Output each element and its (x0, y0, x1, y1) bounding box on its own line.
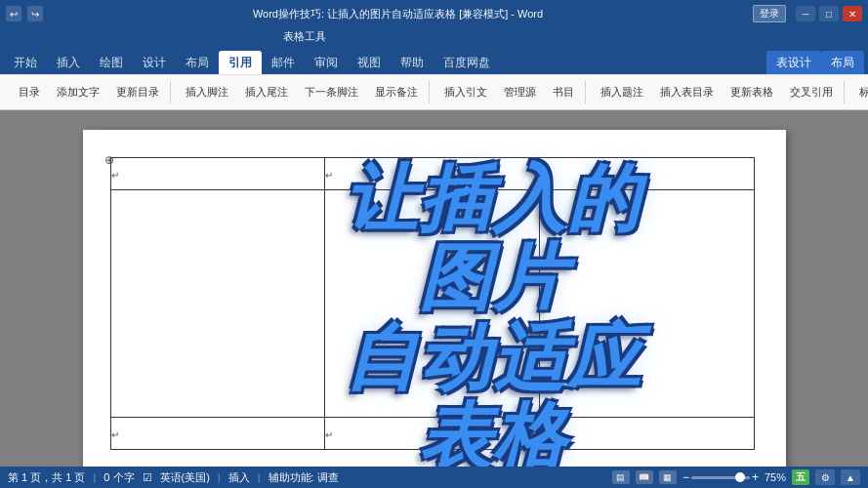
spell-check-icon[interactable]: ☑ (143, 471, 152, 484)
zoom-track[interactable] (691, 476, 750, 479)
accessibility-status[interactable]: 辅助功能: 调查 (269, 470, 339, 485)
insert-mode[interactable]: 插入 (228, 470, 250, 485)
tab-references[interactable]: 引用 (219, 51, 262, 74)
login-button[interactable]: 登录 (753, 5, 786, 22)
status-bar: 第 1 页，共 1 页 | 0 个字 ☑ 英语(美国) | 插入 | 辅助功能:… (0, 467, 868, 488)
table-cell[interactable]: ↵ (539, 417, 754, 449)
zoom-out-btn[interactable]: − (682, 470, 689, 484)
view-read-btn[interactable]: 📖 (636, 470, 653, 484)
title-bar-right: 登录 ─ □ ✕ (753, 5, 862, 22)
table-row: ↵ ↵ ↵ (110, 158, 754, 190)
zoom-slider-area[interactable]: − + (682, 470, 759, 484)
cmd-group-footnote: 插入脚注 插入尾注 下一条脚注 显示备注 (175, 81, 430, 103)
table-cell[interactable]: ↵ (325, 158, 540, 190)
cmd-next-footnote[interactable]: 下一条脚注 (298, 83, 365, 102)
word-table[interactable]: ↵ ↵ ↵ ↵ ↵ ↵ (110, 157, 755, 450)
tab-view[interactable]: 视图 (348, 51, 391, 74)
tab-table-layout[interactable]: 布局 (821, 51, 864, 74)
word-count: 0 个字 (103, 470, 134, 485)
cmd-insert-citation[interactable]: 插入引文 (437, 83, 494, 102)
cmd-group-index: 标记条目 插入索引 更新索引 (848, 81, 868, 103)
table-tools-bar: 表格工具 (0, 27, 868, 45)
cmd-insert-caption[interactable]: 插入题注 (594, 83, 650, 102)
cmd-mark-entry[interactable]: 标记条目 (852, 83, 868, 102)
view-web-btn[interactable]: ▦ (659, 470, 677, 484)
tab-draw[interactable]: 绘图 (90, 51, 133, 74)
window-title: Word操作技巧: 让插入的图片自动适应表格 [兼容模式] - Word (43, 7, 753, 21)
tab-review[interactable]: 审阅 (305, 51, 348, 74)
sep1: | (93, 471, 96, 483)
table-cell[interactable]: ↵ (110, 158, 325, 190)
title-bar-left: ↩ ↪ (6, 6, 43, 21)
zoom-level[interactable]: 75% (765, 471, 786, 483)
cmd-footnote[interactable]: 插入脚注 (179, 83, 235, 102)
cmd-group-toc: 目录 添加文字 更新目录 (8, 81, 171, 103)
close-button[interactable]: ✕ (843, 6, 862, 21)
page-count: 第 1 页，共 1 页 (8, 470, 85, 485)
restore-button[interactable]: □ (819, 6, 839, 21)
tab-baidu[interactable]: 百度网盘 (434, 51, 500, 74)
tab-layout[interactable]: 布局 (176, 51, 219, 74)
view-normal-btn[interactable]: ▤ (612, 470, 630, 484)
table-cell[interactable] (325, 190, 540, 418)
cmd-toc[interactable]: 目录 (12, 83, 47, 102)
language[interactable]: 英语(美国) (160, 470, 210, 485)
tab-start[interactable]: 开始 (4, 51, 47, 74)
table-cell[interactable] (110, 190, 325, 418)
cmd-insert-table-fig[interactable]: 插入表目录 (653, 83, 721, 102)
cmd-update-table[interactable]: 更新表格 (723, 83, 780, 102)
undo-button[interactable]: ↩ (6, 6, 21, 21)
cmd-group-captions: 插入题注 插入表目录 更新表格 交叉引用 (590, 81, 845, 103)
zoom-in-btn[interactable]: + (752, 470, 759, 484)
sep3: | (258, 471, 261, 483)
cmd-endnote[interactable]: 插入尾注 (238, 83, 295, 102)
ribbon-tabs: 开始 插入 绘图 设计 布局 引用 邮件 审阅 视图 帮助 百度网盘 表设计 布… (0, 45, 868, 74)
cmd-show-notes[interactable]: 显示备注 (368, 83, 425, 102)
tab-table-design[interactable]: 表设计 (766, 51, 821, 74)
table-cell[interactable]: ↵ (325, 417, 540, 449)
tab-help[interactable]: 帮助 (391, 51, 434, 74)
ribbon: 开始 插入 绘图 设计 布局 引用 邮件 审阅 视图 帮助 百度网盘 表设计 布… (0, 45, 868, 110)
table-cell[interactable]: ↵ (539, 158, 754, 190)
cmd-bibliography[interactable]: 书目 (546, 83, 581, 102)
cmd-add-text[interactable]: 添加文字 (50, 83, 106, 102)
minimize-button[interactable]: ─ (796, 6, 815, 21)
tab-mail[interactable]: 邮件 (262, 51, 305, 74)
tab-insert[interactable]: 插入 (47, 51, 90, 74)
ribbon-commands: 目录 添加文字 更新目录 插入脚注 插入尾注 下一条脚注 显示备注 插入引文 管… (0, 74, 868, 109)
status-right: ▤ 📖 ▦ − + 75% 五 ⚙ ▲ (612, 469, 860, 485)
table-cell[interactable]: ↵ (110, 417, 325, 449)
table-row (110, 190, 754, 418)
document-page: ⊕ ↵ ↵ ↵ ↵ ↵ ↵ 让插入的 图片 自动适 (83, 130, 786, 467)
title-bar: ↩ ↪ Word操作技巧: 让插入的图片自动适应表格 [兼容模式] - Word… (0, 0, 868, 27)
cmd-update-toc[interactable]: 更新目录 (109, 83, 166, 102)
expand-icon[interactable]: ▲ (841, 469, 860, 485)
table-tools-label: 表格工具 (283, 29, 326, 44)
redo-button[interactable]: ↪ (27, 6, 43, 21)
cmd-group-citations: 插入引文 管理源 书目 (434, 81, 586, 103)
sep2: | (218, 471, 221, 483)
wuji-logo[interactable]: 五 (792, 469, 809, 485)
cmd-manage-sources[interactable]: 管理源 (497, 83, 543, 102)
table-cell[interactable] (539, 190, 754, 418)
tab-design[interactable]: 设计 (133, 51, 176, 74)
settings-icon[interactable]: ⚙ (815, 469, 835, 485)
document-area: ⊕ ↵ ↵ ↵ ↵ ↵ ↵ 让插入的 图片 自动适 (0, 110, 868, 467)
cmd-cross-ref[interactable]: 交叉引用 (783, 83, 840, 102)
table-row: ↵ ↵ ↵ (110, 417, 754, 449)
zoom-thumb[interactable] (735, 472, 745, 482)
